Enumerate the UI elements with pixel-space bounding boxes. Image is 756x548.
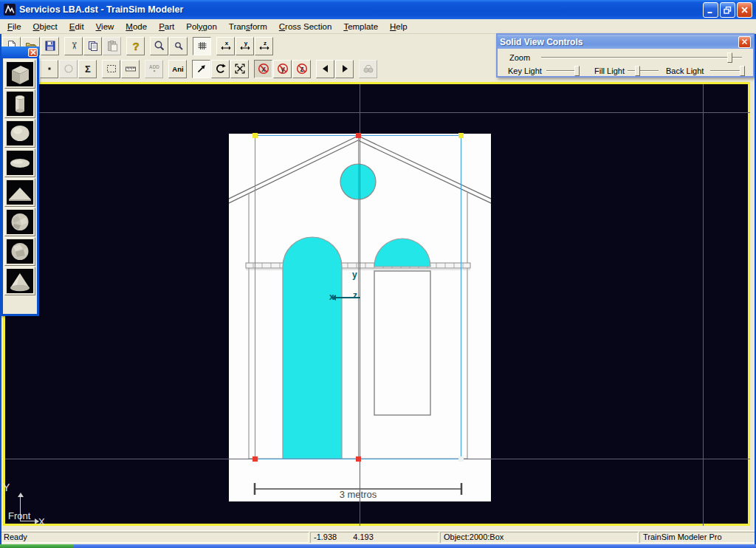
- close-icon[interactable]: [28, 48, 38, 57]
- menu-bar: FileObjectEditViewModePartPolygonTransfo…: [0, 19, 756, 34]
- create-geosphere2-button[interactable]: [4, 237, 35, 266]
- menu-polygon[interactable]: Polygon: [180, 21, 223, 32]
- cylinder-primitive-icon: [7, 92, 33, 116]
- create-geosphere-button[interactable]: [4, 208, 35, 236]
- origin-z-label: z: [353, 290, 357, 301]
- svg-text:?: ?: [132, 40, 139, 52]
- menu-edit[interactable]: Edit: [63, 21, 90, 32]
- title-bar[interactable]: Servicios LBA.dst - TrainSim Modeler: [0, 0, 756, 19]
- marquee-icon: [106, 63, 117, 75]
- window-title: Servicios LBA.dst - TrainSim Modeler: [19, 4, 701, 15]
- z-axis-button[interactable]: z: [255, 37, 273, 55]
- back-light-slider-label: Back Light: [666, 66, 704, 75]
- grid-icon: [196, 40, 208, 52]
- create-disc-button[interactable]: [4, 148, 35, 177]
- view-y-arrow-icon: [18, 493, 24, 497]
- menu-cross-section[interactable]: Cross Section: [273, 21, 338, 32]
- point-button[interactable]: [40, 60, 58, 78]
- help-button[interactable]: ?: [126, 37, 145, 55]
- lock-z-icon: z: [296, 63, 308, 75]
- menu-help[interactable]: Help: [384, 21, 413, 32]
- lock-x-icon: x: [258, 63, 269, 75]
- menu-file[interactable]: File: [1, 21, 27, 32]
- create-sphere-button[interactable]: [4, 119, 35, 148]
- create-box-button[interactable]: [4, 60, 35, 89]
- fill-light-slider[interactable]: [628, 70, 659, 72]
- prev-icon: [320, 63, 331, 75]
- previous-button[interactable]: [316, 60, 334, 78]
- menu-part[interactable]: Part: [153, 21, 180, 32]
- svg-text:y: y: [244, 40, 247, 47]
- slider-thumb[interactable]: [727, 52, 732, 63]
- menu-transform[interactable]: Transform: [223, 21, 273, 32]
- menu-object[interactable]: Object: [27, 21, 63, 32]
- slider-thumb[interactable]: [574, 66, 580, 76]
- rotate-tool-button[interactable]: [211, 60, 230, 78]
- copy-button[interactable]: [83, 37, 102, 55]
- save-button[interactable]: [41, 37, 59, 55]
- cut-button[interactable]: ✂: [64, 37, 83, 55]
- svc-title-bar[interactable]: Solid View Controls: [498, 35, 753, 49]
- select-marquee-button[interactable]: [102, 60, 120, 78]
- status-message: Ready: [0, 532, 309, 543]
- start-button-edge[interactable]: [0, 544, 74, 548]
- close-icon[interactable]: [738, 36, 751, 48]
- trainsim-logo-icon: [4, 4, 16, 16]
- rotate-icon: [215, 63, 227, 75]
- grid-toggle-button[interactable]: [193, 37, 211, 55]
- primitives-palette: [1, 58, 39, 316]
- svg-text:ADD: ADD: [148, 64, 159, 69]
- zoom-in-button[interactable]: [150, 37, 168, 55]
- zoom-out-icon: [173, 40, 185, 52]
- selection-edge-left: [255, 135, 255, 459]
- move-tool-button[interactable]: [192, 60, 210, 78]
- selection-handle[interactable]: [252, 133, 258, 138]
- sigma-button[interactable]: Σ: [78, 60, 97, 78]
- circle-button: [59, 60, 78, 78]
- key-light-slider[interactable]: [546, 70, 580, 72]
- svg-text:Σ: Σ: [85, 64, 91, 75]
- add-label-icon: ADD: [148, 63, 160, 75]
- selection-handle[interactable]: [356, 133, 361, 138]
- taskbar-strip[interactable]: [0, 544, 756, 548]
- scale-tool-button[interactable]: [230, 60, 249, 78]
- menu-template[interactable]: Template: [337, 21, 384, 32]
- zoom-slider-label: Zoom: [509, 53, 530, 62]
- lock-z-button[interactable]: z: [292, 60, 311, 78]
- selection-handle[interactable]: [458, 133, 464, 138]
- slider-thumb[interactable]: [635, 66, 640, 76]
- y-axis-button[interactable]: y: [236, 37, 254, 55]
- tools-toolbar: ΣADDAnixyz: [40, 58, 378, 80]
- create-cylinder-button[interactable]: [4, 89, 35, 118]
- create-cone-button[interactable]: [4, 267, 35, 295]
- animation-button[interactable]: Ani: [168, 60, 187, 78]
- measure-button[interactable]: [121, 60, 140, 78]
- copy-icon: [87, 40, 99, 52]
- selection-handle[interactable]: [252, 456, 258, 462]
- minimize-button[interactable]: [703, 2, 718, 18]
- axis-x-icon: x: [220, 40, 232, 52]
- ruler-icon: [125, 63, 137, 75]
- x-axis-button[interactable]: x: [216, 37, 235, 55]
- lock-x-button[interactable]: x: [254, 60, 272, 78]
- palette-body: [3, 58, 37, 302]
- view-y-axis-label: Y: [3, 482, 10, 493]
- zoom-slider[interactable]: [541, 57, 742, 58]
- coord-x: -1.938: [314, 532, 337, 541]
- selection-handle[interactable]: [356, 456, 361, 462]
- create-prism-button[interactable]: [4, 178, 35, 207]
- solid-view-controls-panel: Solid View Controls Zoom Key Light Fill …: [496, 33, 755, 78]
- slider-thumb[interactable]: [740, 66, 745, 76]
- back-light-slider[interactable]: [710, 70, 745, 72]
- svc-title: Solid View Controls: [500, 37, 738, 47]
- menu-view[interactable]: View: [90, 21, 120, 32]
- menu-mode[interactable]: Mode: [120, 21, 153, 32]
- zoom-out-button[interactable]: [169, 37, 188, 55]
- restore-button[interactable]: [720, 2, 735, 18]
- palette-title-bar[interactable]: [1, 47, 39, 58]
- close-button[interactable]: [737, 2, 752, 18]
- next-icon: [339, 63, 351, 75]
- selection-handle[interactable]: [458, 456, 464, 462]
- next-button[interactable]: [335, 60, 354, 78]
- lock-y-button[interactable]: y: [273, 60, 292, 78]
